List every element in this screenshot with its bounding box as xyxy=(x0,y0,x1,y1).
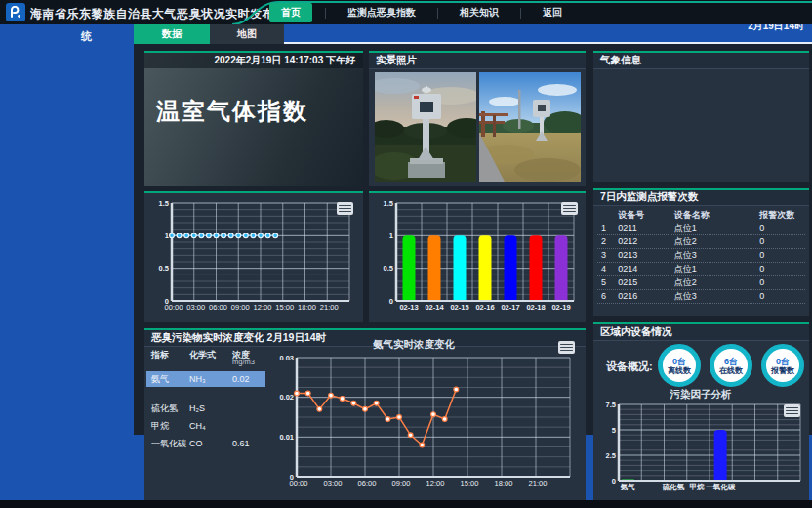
svg-text:00:00: 00:00 xyxy=(165,303,183,312)
header-bar: 海南省乐东黎族自治县大气恶臭状况实时发布系 首页监测点恶臭指数相关知识返回 xyxy=(0,0,812,24)
alarm-table-header: 设备号 设备名称 报警次数 xyxy=(597,209,805,222)
panel-title: 区域内设备情况 xyxy=(593,324,809,341)
nh3-line-chart: 00.010.020.0300:0003:0006:0009:0012:0015… xyxy=(267,352,582,494)
header-nav: 首页监测点恶臭指数相关知识返回 xyxy=(269,3,571,22)
chart-menu-icon[interactable] xyxy=(337,202,353,215)
chart-menu-icon[interactable] xyxy=(784,404,800,417)
panel-title: 气象信息 xyxy=(593,53,809,69)
odor-col-formula: 化学式 xyxy=(189,349,216,361)
device-stats: 0台离线数6台在线数0台报警数 xyxy=(658,344,804,387)
svg-text:02-13: 02-13 xyxy=(399,303,418,312)
table-row: 60216点位30 xyxy=(597,290,805,304)
svg-text:1: 1 xyxy=(389,232,393,240)
nav-item-3[interactable]: 相关知识 xyxy=(451,3,508,22)
nav-item-2[interactable]: 监测点恶臭指数 xyxy=(339,3,425,22)
panel-title: 实景照片 xyxy=(369,53,586,69)
panel-weather: 气象信息 xyxy=(593,51,809,182)
svg-text:12:00: 12:00 xyxy=(426,479,445,487)
nh3-chart-title: 氨气实时浓度变化 xyxy=(267,338,560,352)
svg-text:1.5: 1.5 xyxy=(384,199,393,208)
dashboard: 海南省乐东黎族自治县大气恶臭状况实时发布系 首页监测点恶臭指数相关知识返回 统 … xyxy=(0,0,812,508)
site-photo-field xyxy=(479,72,581,182)
pollution-factor-bar-chart: 02.557.5氨气硫化氢甲烷一氧化碳 xyxy=(597,401,806,496)
pollution-analysis-title: 污染因子分析 xyxy=(595,388,806,402)
svg-text:1: 1 xyxy=(165,232,169,240)
svg-text:02-18: 02-18 xyxy=(526,303,545,312)
nav-item-1[interactable]: 首页 xyxy=(269,3,312,22)
alarm-table: 设备号 设备名称 报警次数 10211点位1020212点位2030213点位3… xyxy=(597,209,805,304)
device-overview-label: 设备概况: xyxy=(606,360,653,374)
svg-text:02-19: 02-19 xyxy=(551,303,570,312)
chart-menu-icon[interactable] xyxy=(558,341,575,354)
stat-circle-3: 0台报警数 xyxy=(761,344,804,387)
svg-text:硫化氢: 硫化氢 xyxy=(663,483,685,491)
svg-text:03:00: 03:00 xyxy=(324,479,343,487)
svg-text:1.5: 1.5 xyxy=(159,199,169,208)
odor-row-1[interactable]: 氨气NH₃0.02 xyxy=(146,371,265,387)
odor-table: 指标 化学式 浓度 mg/m3 氨气NH₃0.02硫化氢H₂S甲烷CH₄一氧化碳… xyxy=(146,346,265,500)
svg-text:06:00: 06:00 xyxy=(358,479,377,487)
svg-text:0.02: 0.02 xyxy=(279,393,294,402)
svg-text:2.5: 2.5 xyxy=(606,451,616,460)
svg-text:00:00: 00:00 xyxy=(290,479,308,487)
svg-text:0.03: 0.03 xyxy=(279,354,294,362)
greenhouse-line-chart: 00.511.500:0003:0006:0009:0012:0015:0018… xyxy=(148,197,357,317)
photo-row xyxy=(375,72,581,182)
panel-greenhouse-index: 2022年2月19日 14:17:03 下午好 温室气体指数 xyxy=(144,51,363,186)
stat-circle-1: 0台离线数 xyxy=(658,344,701,387)
nav-separator xyxy=(520,8,521,19)
nav-item-4[interactable]: 返回 xyxy=(534,3,571,22)
chart-menu-icon[interactable] xyxy=(561,202,578,215)
svg-text:09:00: 09:00 xyxy=(231,303,250,312)
panel-site-photos: 实景照片 xyxy=(369,51,586,186)
svg-text:09:00: 09:00 xyxy=(392,479,411,487)
svg-text:0.5: 0.5 xyxy=(159,264,169,273)
app-title-wrap: 统 xyxy=(81,29,92,44)
datetime-text: 2022年2月19日 14:17:03 下午好 xyxy=(144,53,363,68)
odor-unit: mg/m3 xyxy=(232,358,255,366)
svg-text:0: 0 xyxy=(612,477,616,486)
svg-text:甲烷: 甲烷 xyxy=(689,483,705,491)
svg-text:06:00: 06:00 xyxy=(209,303,227,312)
svg-text:一氧化碳: 一氧化碳 xyxy=(706,483,736,491)
app-logo-icon xyxy=(6,3,25,21)
stat-circle-2: 6台在线数 xyxy=(710,344,752,387)
table-row: 40214点位10 xyxy=(597,263,805,276)
app-title: 海南省乐东黎族自治县大气恶臭状况实时发布系 xyxy=(30,6,287,22)
svg-text:5: 5 xyxy=(612,426,616,435)
odor-row-2[interactable]: 硫化氢H₂S xyxy=(146,401,265,416)
odor-row-4[interactable]: 一氧化碳CO0.61 xyxy=(146,436,265,451)
tab-map[interactable]: 地图 xyxy=(210,24,284,44)
tab-data[interactable]: 数据 xyxy=(134,24,210,44)
bottom-strip xyxy=(0,500,812,508)
svg-text:18:00: 18:00 xyxy=(298,303,316,312)
svg-text:02-15: 02-15 xyxy=(450,303,468,312)
table-row: 10211点位10 xyxy=(597,222,805,235)
alarm-table-body: 10211点位1020212点位2030213点位3040214点位105021… xyxy=(597,222,805,304)
svg-text:0.01: 0.01 xyxy=(279,433,294,442)
odor-row-3[interactable]: 甲烷CH₄ xyxy=(146,418,265,434)
svg-text:21:00: 21:00 xyxy=(529,479,548,487)
table-row: 30213点位30 xyxy=(597,249,805,263)
panel-title: 7日内监测点报警次数 xyxy=(593,190,809,206)
svg-text:02-17: 02-17 xyxy=(501,303,519,312)
svg-text:氨气: 氨气 xyxy=(620,483,636,491)
svg-text:15:00: 15:00 xyxy=(461,479,479,487)
svg-text:21:00: 21:00 xyxy=(320,303,339,312)
table-row: 50215点位20 xyxy=(597,276,805,290)
daily-index-bar-chart: 00.511.502-1302-1402-1502-1602-1702-1802… xyxy=(373,197,582,317)
svg-text:7.5: 7.5 xyxy=(606,401,616,409)
svg-text:02-16: 02-16 xyxy=(475,303,494,312)
tabbar-underline xyxy=(284,42,812,44)
svg-text:15:00: 15:00 xyxy=(275,303,294,312)
site-photo-dusk xyxy=(375,72,476,182)
table-row: 20212点位20 xyxy=(597,235,805,249)
svg-text:0.5: 0.5 xyxy=(384,264,393,273)
odor-col-indicator: 指标 xyxy=(151,349,169,361)
nav-separator xyxy=(325,8,326,19)
greenhouse-index-title: 温室气体指数 xyxy=(156,96,308,127)
svg-text:0: 0 xyxy=(389,297,393,306)
svg-text:18:00: 18:00 xyxy=(495,479,513,487)
svg-text:12:00: 12:00 xyxy=(254,303,272,312)
nav-separator xyxy=(437,8,438,19)
